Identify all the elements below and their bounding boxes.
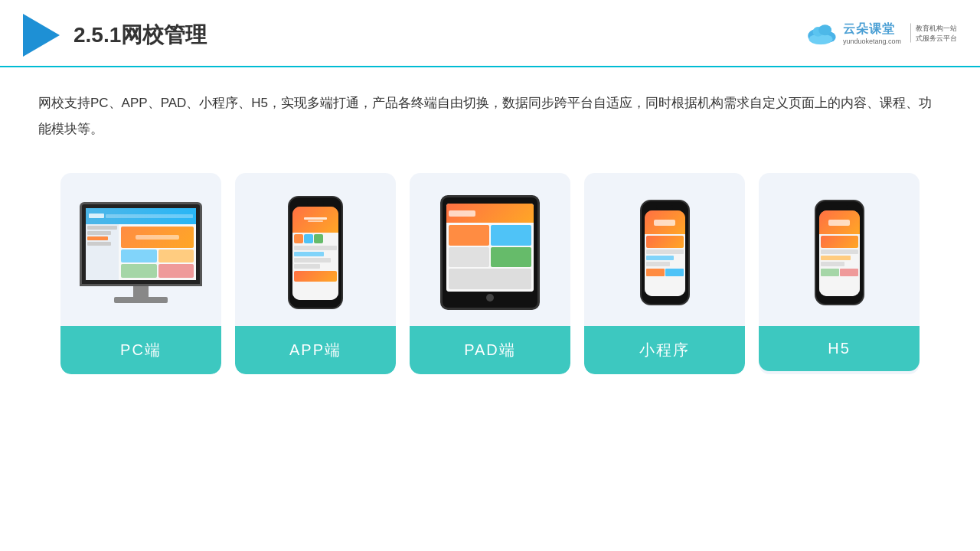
phone-header	[292, 207, 338, 233]
tablet-screen-inner	[446, 204, 534, 292]
card-app-label: APP端	[235, 326, 396, 374]
card-pad: PAD端	[410, 173, 570, 374]
phone-content-mini	[645, 234, 685, 296]
tablet-body	[446, 223, 534, 292]
tablet-screen	[446, 204, 534, 292]
phone-notch-h5	[831, 205, 848, 209]
card-mini-label: 小程序	[584, 326, 745, 374]
pc-mockup	[80, 202, 202, 303]
card-pad-label: PAD端	[410, 326, 570, 374]
tablet-mockup	[440, 195, 540, 310]
pc-stand-base	[114, 297, 168, 303]
phone-screen	[292, 207, 338, 300]
phone-screen-inner-mini	[645, 210, 685, 296]
phone-header-mini	[645, 210, 685, 234]
tablet-header	[446, 204, 534, 223]
brand-name: 云朵课堂	[843, 21, 901, 37]
phone-screen-inner-h5	[819, 210, 860, 296]
card-pc: PC端	[60, 173, 221, 374]
brand-domain: yunduoketang.com	[843, 37, 901, 45]
pc-monitor	[80, 202, 202, 286]
phone-content	[292, 233, 338, 300]
phone-content-h5	[819, 234, 860, 296]
phone-notch-mini	[656, 205, 673, 209]
card-mini: 小程序	[584, 173, 745, 374]
card-pc-label: PC端	[60, 326, 221, 374]
pc-stand-neck	[133, 286, 149, 297]
phone-mockup-h5	[815, 200, 864, 305]
page-title: 2.5.1网校管理	[74, 21, 207, 50]
brand-logo: 云朵课堂 yunduoketang.com 教育机构一站 式服务云平台	[805, 21, 957, 45]
card-pc-image	[60, 173, 221, 326]
platform-cards: PC端	[0, 165, 980, 390]
card-mini-image	[584, 173, 745, 326]
phone-mockup-app	[288, 196, 343, 309]
svg-point-5	[818, 24, 831, 35]
pc-screen	[86, 208, 196, 280]
header: 2.5.1网校管理 云朵课堂 yunduoketang.com 教育机构一站 式…	[0, 0, 980, 67]
phone-screen-h5	[819, 210, 860, 296]
phone-screen-mini	[645, 210, 685, 296]
card-app: APP端	[235, 173, 396, 374]
description-text: 网校支持PC、APP、PAD、小程序、H5，实现多端打通，产品各终端自由切换，数…	[0, 67, 980, 158]
phone-header-h5	[819, 210, 860, 234]
card-app-image	[235, 173, 396, 326]
logo-triangle-icon	[23, 14, 60, 57]
brand-text-section: 云朵课堂 yunduoketang.com	[843, 21, 901, 45]
card-h5-label: H5	[759, 326, 920, 371]
phone-mockup-mini	[640, 200, 690, 305]
tablet-home-btn	[486, 294, 494, 302]
cloud-icon	[805, 21, 837, 44]
card-h5-image	[759, 173, 920, 326]
brand-slogan: 教育机构一站 式服务云平台	[910, 23, 957, 42]
card-pad-image	[410, 173, 570, 326]
phone-notch	[307, 201, 324, 205]
phone-screen-inner	[292, 207, 338, 300]
card-h5: H5	[759, 173, 920, 374]
